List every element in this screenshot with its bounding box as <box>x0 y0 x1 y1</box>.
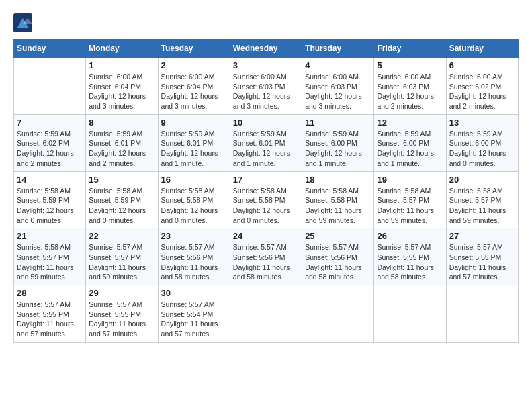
calendar-day-cell <box>14 58 86 115</box>
day-number: 6 <box>449 60 515 71</box>
day-number: 13 <box>449 118 515 128</box>
calendar-header-cell: Wednesday <box>230 40 302 58</box>
calendar-day-cell <box>230 285 302 342</box>
day-info: Sunrise: 5:57 AM Sunset: 5:56 PM Dayligh… <box>305 242 371 282</box>
calendar-day-cell <box>446 285 518 342</box>
day-info: Sunrise: 6:00 AM Sunset: 6:04 PM Dayligh… <box>89 72 154 111</box>
day-number: 8 <box>89 118 154 128</box>
day-info: Sunrise: 5:59 AM Sunset: 6:00 PM Dayligh… <box>377 129 443 169</box>
day-number: 15 <box>89 175 154 185</box>
calendar-day-cell: 21Sunrise: 5:58 AM Sunset: 5:57 PM Dayli… <box>14 228 86 285</box>
calendar-day-cell: 17Sunrise: 5:58 AM Sunset: 5:58 PM Dayli… <box>230 171 302 228</box>
day-info: Sunrise: 6:00 AM Sunset: 6:03 PM Dayligh… <box>377 72 443 111</box>
day-number: 10 <box>233 118 299 128</box>
calendar-day-cell: 18Sunrise: 5:58 AM Sunset: 5:58 PM Dayli… <box>302 171 374 228</box>
day-number: 17 <box>233 175 299 185</box>
calendar-day-cell: 28Sunrise: 5:57 AM Sunset: 5:55 PM Dayli… <box>14 285 86 342</box>
day-info: Sunrise: 6:00 AM Sunset: 6:03 PM Dayligh… <box>233 72 299 111</box>
calendar-header-cell: Thursday <box>302 40 374 58</box>
day-number: 19 <box>377 175 443 185</box>
calendar-day-cell <box>374 285 446 342</box>
calendar-day-cell: 15Sunrise: 5:58 AM Sunset: 5:59 PM Dayli… <box>86 171 158 228</box>
calendar-day-cell: 4Sunrise: 6:00 AM Sunset: 6:03 PM Daylig… <box>302 58 374 115</box>
calendar-week-row: 1Sunrise: 6:00 AM Sunset: 6:04 PM Daylig… <box>14 58 519 115</box>
day-number: 18 <box>305 175 371 185</box>
day-info: Sunrise: 5:58 AM Sunset: 5:59 PM Dayligh… <box>89 186 154 226</box>
day-number: 25 <box>305 231 371 241</box>
calendar-header-cell: Saturday <box>446 40 518 58</box>
calendar-header-cell: Sunday <box>14 40 86 58</box>
day-number: 23 <box>161 231 227 241</box>
day-number: 5 <box>377 60 443 71</box>
day-info: Sunrise: 5:57 AM Sunset: 5:56 PM Dayligh… <box>233 242 299 282</box>
calendar-header-cell: Tuesday <box>158 40 230 58</box>
day-info: Sunrise: 5:58 AM Sunset: 5:59 PM Dayligh… <box>17 186 83 226</box>
day-number: 1 <box>89 60 154 71</box>
calendar-day-cell: 10Sunrise: 5:59 AM Sunset: 6:01 PM Dayli… <box>230 114 302 171</box>
day-info: Sunrise: 5:58 AM Sunset: 5:57 PM Dayligh… <box>17 242 83 282</box>
calendar-day-cell: 27Sunrise: 5:57 AM Sunset: 5:55 PM Dayli… <box>446 228 518 285</box>
calendar-body: 1Sunrise: 6:00 AM Sunset: 6:04 PM Daylig… <box>14 58 519 342</box>
day-number: 21 <box>17 231 83 241</box>
calendar-day-cell: 11Sunrise: 5:59 AM Sunset: 6:00 PM Dayli… <box>302 114 374 171</box>
calendar-week-row: 28Sunrise: 5:57 AM Sunset: 5:55 PM Dayli… <box>14 285 519 342</box>
day-number: 14 <box>17 175 83 185</box>
calendar-header-row: SundayMondayTuesdayWednesdayThursdayFrid… <box>14 40 519 58</box>
calendar-day-cell: 30Sunrise: 5:57 AM Sunset: 5:54 PM Dayli… <box>158 285 230 342</box>
calendar-day-cell: 1Sunrise: 6:00 AM Sunset: 6:04 PM Daylig… <box>86 58 158 115</box>
day-number: 9 <box>161 118 227 128</box>
day-number: 27 <box>449 231 515 241</box>
day-info: Sunrise: 5:57 AM Sunset: 5:57 PM Dayligh… <box>89 242 154 282</box>
day-number: 30 <box>161 288 227 298</box>
day-info: Sunrise: 5:57 AM Sunset: 5:56 PM Dayligh… <box>161 242 227 282</box>
day-info: Sunrise: 5:57 AM Sunset: 5:55 PM Dayligh… <box>89 300 154 339</box>
day-info: Sunrise: 6:00 AM Sunset: 6:04 PM Dayligh… <box>161 72 227 111</box>
day-number: 20 <box>449 175 515 185</box>
calendar-day-cell: 14Sunrise: 5:58 AM Sunset: 5:59 PM Dayli… <box>14 171 86 228</box>
day-number: 16 <box>161 175 227 185</box>
day-info: Sunrise: 5:59 AM Sunset: 6:00 PM Dayligh… <box>305 129 371 169</box>
day-number: 26 <box>377 231 443 241</box>
day-info: Sunrise: 5:58 AM Sunset: 5:57 PM Dayligh… <box>377 186 443 226</box>
day-info: Sunrise: 5:57 AM Sunset: 5:54 PM Dayligh… <box>161 300 227 339</box>
calendar-day-cell: 2Sunrise: 6:00 AM Sunset: 6:04 PM Daylig… <box>158 58 230 115</box>
calendar-week-row: 21Sunrise: 5:58 AM Sunset: 5:57 PM Dayli… <box>14 228 519 285</box>
calendar-day-cell: 12Sunrise: 5:59 AM Sunset: 6:00 PM Dayli… <box>374 114 446 171</box>
day-number: 11 <box>305 118 371 128</box>
calendar-week-row: 14Sunrise: 5:58 AM Sunset: 5:59 PM Dayli… <box>14 171 519 228</box>
logo <box>13 13 35 32</box>
day-info: Sunrise: 5:58 AM Sunset: 5:58 PM Dayligh… <box>233 186 299 226</box>
calendar-week-row: 7Sunrise: 5:59 AM Sunset: 6:02 PM Daylig… <box>14 114 519 171</box>
day-info: Sunrise: 5:59 AM Sunset: 6:02 PM Dayligh… <box>17 129 83 169</box>
day-number: 2 <box>161 60 227 71</box>
day-number: 28 <box>17 288 83 298</box>
calendar-day-cell: 3Sunrise: 6:00 AM Sunset: 6:03 PM Daylig… <box>230 58 302 115</box>
day-info: Sunrise: 6:00 AM Sunset: 6:03 PM Dayligh… <box>305 72 371 111</box>
day-info: Sunrise: 5:58 AM Sunset: 5:58 PM Dayligh… <box>305 186 371 226</box>
calendar-day-cell: 24Sunrise: 5:57 AM Sunset: 5:56 PM Dayli… <box>230 228 302 285</box>
day-info: Sunrise: 5:58 AM Sunset: 5:58 PM Dayligh… <box>161 186 227 226</box>
calendar-day-cell: 7Sunrise: 5:59 AM Sunset: 6:02 PM Daylig… <box>14 114 86 171</box>
day-info: Sunrise: 5:57 AM Sunset: 5:55 PM Dayligh… <box>377 242 443 282</box>
day-info: Sunrise: 5:59 AM Sunset: 6:01 PM Dayligh… <box>233 129 299 169</box>
day-number: 7 <box>17 118 83 128</box>
calendar-day-cell <box>302 285 374 342</box>
calendar-day-cell: 20Sunrise: 5:58 AM Sunset: 5:57 PM Dayli… <box>446 171 518 228</box>
day-info: Sunrise: 6:00 AM Sunset: 6:02 PM Dayligh… <box>449 72 515 111</box>
day-info: Sunrise: 5:57 AM Sunset: 5:55 PM Dayligh… <box>449 242 515 282</box>
calendar-day-cell: 9Sunrise: 5:59 AM Sunset: 6:01 PM Daylig… <box>158 114 230 171</box>
calendar-day-cell: 22Sunrise: 5:57 AM Sunset: 5:57 PM Dayli… <box>86 228 158 285</box>
day-number: 24 <box>233 231 299 241</box>
day-info: Sunrise: 5:59 AM Sunset: 6:01 PM Dayligh… <box>161 129 227 169</box>
calendar-day-cell: 13Sunrise: 5:59 AM Sunset: 6:00 PM Dayli… <box>446 114 518 171</box>
calendar-day-cell: 25Sunrise: 5:57 AM Sunset: 5:56 PM Dayli… <box>302 228 374 285</box>
calendar-day-cell: 23Sunrise: 5:57 AM Sunset: 5:56 PM Dayli… <box>158 228 230 285</box>
calendar-day-cell: 26Sunrise: 5:57 AM Sunset: 5:55 PM Dayli… <box>374 228 446 285</box>
day-info: Sunrise: 5:59 AM Sunset: 6:01 PM Dayligh… <box>89 129 154 169</box>
day-number: 12 <box>377 118 443 128</box>
calendar-day-cell: 8Sunrise: 5:59 AM Sunset: 6:01 PM Daylig… <box>86 114 158 171</box>
calendar-day-cell: 29Sunrise: 5:57 AM Sunset: 5:55 PM Dayli… <box>86 285 158 342</box>
day-number: 22 <box>89 231 154 241</box>
day-info: Sunrise: 5:57 AM Sunset: 5:55 PM Dayligh… <box>17 300 83 339</box>
day-number: 29 <box>89 288 154 298</box>
